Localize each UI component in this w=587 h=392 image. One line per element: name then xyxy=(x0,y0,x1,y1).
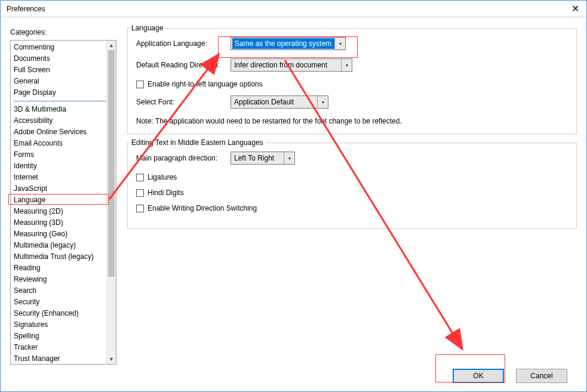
reading-direction-row: Default Reading Direction: Infer directi… xyxy=(136,58,568,72)
list-item[interactable]: Forms xyxy=(11,149,116,160)
list-item[interactable]: Commenting xyxy=(11,42,116,53)
paragraph-direction-row: Main paragraph direction: Left To Right … xyxy=(136,152,568,165)
list-item[interactable]: Spelling xyxy=(11,331,116,342)
chevron-down-icon: ▾ xyxy=(341,59,352,71)
reading-direction-label: Default Reading Direction: xyxy=(136,61,225,69)
hindi-digits-checkbox[interactable] xyxy=(136,189,144,197)
rtl-checkbox-row: Enable right-to-left language options xyxy=(136,80,568,88)
scroll-thumb[interactable] xyxy=(108,50,115,277)
group-body: Application Language: Same as the operat… xyxy=(136,37,568,125)
titlebar: Preferences ✕ xyxy=(1,1,586,17)
language-group: Language Application Language: Same as t… xyxy=(127,28,577,134)
paragraph-direction-label: Main paragraph direction: xyxy=(136,154,225,162)
dialog-buttons: OK Cancel xyxy=(1,360,586,391)
list-item[interactable]: Full Screen xyxy=(11,64,116,76)
dialog-body: Categories: Commenting Documents Full Sc… xyxy=(1,17,586,360)
list-item[interactable]: JavaScript xyxy=(11,183,116,195)
ligatures-checkbox[interactable] xyxy=(136,174,144,181)
rtl-checkbox-label: Enable right-to-left language options xyxy=(147,80,263,88)
list-item[interactable]: Measuring (2D) xyxy=(11,206,116,217)
writing-dir-row: Enable Writing Direction Switching xyxy=(136,204,568,212)
select-value: Infer direction from document xyxy=(234,61,341,69)
font-label: Select Font: xyxy=(136,98,225,106)
categories-listbox[interactable]: Commenting Documents Full Screen General… xyxy=(10,40,116,365)
list-item[interactable]: Documents xyxy=(11,53,116,64)
list-item-language[interactable]: Language xyxy=(11,195,116,206)
group-legend: Editing Text in Middle Eastern Languages xyxy=(131,138,266,147)
chevron-down-icon: ▾ xyxy=(334,38,345,50)
list-item[interactable]: 3D & Multimedia xyxy=(11,104,116,115)
list-item[interactable]: Measuring (3D) xyxy=(11,217,116,229)
list-item[interactable]: Accessibility xyxy=(11,115,116,126)
hindi-digits-row: Hindi Digits xyxy=(136,189,568,197)
select-value: Same as the operating system xyxy=(232,38,334,49)
list-item[interactable]: Multimedia (legacy) xyxy=(11,240,116,251)
list-item[interactable]: Email Accounts xyxy=(11,138,116,149)
editing-group: Editing Text in Middle Eastern Languages… xyxy=(127,143,577,229)
list-item[interactable]: Measuring (Geo) xyxy=(11,229,116,240)
group-legend: Language xyxy=(131,24,165,32)
chevron-down-icon: ▾ xyxy=(317,96,328,108)
close-icon[interactable]: ✕ xyxy=(568,2,582,16)
select-value: Application Default xyxy=(234,98,317,106)
reading-direction-select[interactable]: Infer direction from document ▾ xyxy=(231,58,352,72)
preferences-dialog: Preferences ✕ Categories: Commenting Doc… xyxy=(0,0,587,392)
scroll-up-icon[interactable]: ▲ xyxy=(107,41,116,50)
chevron-down-icon: ▾ xyxy=(284,152,294,164)
list-item[interactable]: Multimedia Trust (legacy) xyxy=(11,251,116,263)
categories-sidebar: Categories: Commenting Documents Full Sc… xyxy=(10,28,116,351)
list-item[interactable]: Signatures xyxy=(11,319,116,331)
paragraph-direction-select[interactable]: Left To Right ▾ xyxy=(231,152,295,165)
font-row: Select Font: Application Default ▾ xyxy=(136,95,568,109)
list-item[interactable]: Adobe Online Services xyxy=(11,126,116,138)
list-item[interactable]: Tracker xyxy=(11,342,116,353)
cancel-button[interactable]: Cancel xyxy=(516,369,567,383)
list-item[interactable]: Page Display xyxy=(11,87,116,98)
list-item[interactable]: Reviewing xyxy=(11,274,116,285)
rtl-checkbox[interactable] xyxy=(136,81,144,88)
app-language-row: Application Language: Same as the operat… xyxy=(136,37,568,50)
ligatures-label: Ligatures xyxy=(147,173,177,181)
list-item[interactable]: General xyxy=(11,76,116,87)
list-item[interactable]: Security (Enhanced) xyxy=(11,308,116,319)
ligatures-row: Ligatures xyxy=(136,173,568,181)
app-language-label: Application Language: xyxy=(136,39,225,48)
writing-dir-label: Enable Writing Direction Switching xyxy=(147,204,257,212)
list-item[interactable]: Internet xyxy=(11,172,116,183)
settings-panel: Language Application Language: Same as t… xyxy=(127,28,577,351)
hindi-digits-label: Hindi Digits xyxy=(147,189,184,197)
list-item[interactable]: Security xyxy=(11,297,116,308)
restart-note: Note: The application would need to be r… xyxy=(136,117,568,125)
ok-button[interactable]: OK xyxy=(453,369,504,383)
list-item[interactable]: Search xyxy=(11,285,116,297)
list-divider xyxy=(14,101,113,101)
dialog-title: Preferences xyxy=(7,5,45,13)
font-select[interactable]: Application Default ▾ xyxy=(231,95,328,109)
list-item[interactable]: Identity xyxy=(11,160,116,172)
listbox-content: Commenting Documents Full Screen General… xyxy=(11,41,116,365)
scrollbar[interactable]: ▲ ▼ xyxy=(106,41,116,364)
writing-dir-checkbox[interactable] xyxy=(136,205,144,212)
categories-label: Categories: xyxy=(10,28,116,36)
select-value: Left To Right xyxy=(234,154,284,162)
group-body: Main paragraph direction: Left To Right … xyxy=(136,152,568,212)
app-language-select[interactable]: Same as the operating system ▾ xyxy=(231,37,346,50)
list-item[interactable]: Reading xyxy=(11,263,116,274)
